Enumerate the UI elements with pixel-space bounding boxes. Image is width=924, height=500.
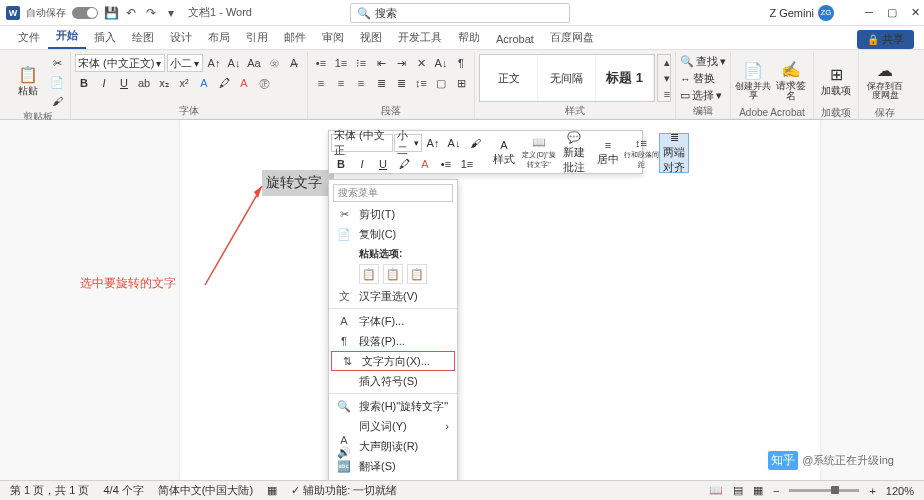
redo-icon[interactable]: ↷: [144, 6, 158, 20]
tab-file[interactable]: 文件: [10, 26, 48, 49]
mini-size-select[interactable]: 小二▾: [394, 134, 422, 152]
zoom-out-icon[interactable]: −: [773, 485, 779, 497]
close-button[interactable]: ✕: [911, 6, 920, 19]
ctx-search-rotate[interactable]: 🔍搜索(H)"旋转文字": [329, 396, 457, 416]
minimize-button[interactable]: ─: [865, 6, 873, 19]
show-marks-icon[interactable]: ¶: [452, 54, 470, 72]
tab-acrobat[interactable]: Acrobat: [488, 29, 542, 49]
tab-draw[interactable]: 绘图: [124, 26, 162, 49]
mini-numbering-icon[interactable]: 1≡: [457, 154, 477, 174]
select-button[interactable]: ▭选择▾: [680, 88, 722, 103]
mini-italic-icon[interactable]: I: [352, 154, 372, 174]
tab-developer[interactable]: 开发工具: [390, 26, 450, 49]
font-size-select[interactable]: 小二▾: [167, 54, 203, 72]
numbering-icon[interactable]: 1≡: [332, 54, 350, 72]
ctx-cut[interactable]: ✂剪切(T): [329, 204, 457, 224]
mini-linespacing-button[interactable]: ↕≡行和段落间距: [623, 133, 659, 173]
save-baidu-button[interactable]: ☁保存到百度网盘: [863, 54, 907, 106]
share-button[interactable]: 🔒 共享: [857, 30, 914, 49]
view-print-icon[interactable]: ▤: [733, 484, 743, 497]
highlight-icon[interactable]: 🖍: [215, 74, 233, 92]
ctx-font[interactable]: A字体(F)...: [329, 311, 457, 331]
justify-icon[interactable]: ≣: [372, 74, 390, 92]
inc-indent-icon[interactable]: ⇥: [392, 54, 410, 72]
ctx-copy[interactable]: 📄复制(C): [329, 224, 457, 244]
search-box[interactable]: 🔍 搜索: [350, 3, 570, 23]
ctx-search-input[interactable]: 搜索菜单: [333, 184, 453, 202]
save-icon[interactable]: 💾: [104, 6, 118, 20]
tab-insert[interactable]: 插入: [86, 26, 124, 49]
accessibility-status[interactable]: ✓ 辅助功能: 一切就绪: [291, 483, 397, 498]
paste-text-icon[interactable]: 📋: [407, 264, 427, 284]
asian-layout-icon[interactable]: ✕: [412, 54, 430, 72]
enclose-icon[interactable]: ㊣: [255, 74, 273, 92]
styles-up-icon[interactable]: ▴: [658, 55, 676, 70]
phonetic-icon[interactable]: ㊛: [265, 54, 283, 72]
autosave-toggle[interactable]: [72, 7, 98, 19]
align-left-icon[interactable]: ≡: [312, 74, 330, 92]
view-web-icon[interactable]: ▦: [753, 484, 763, 497]
find-button[interactable]: 🔍查找▾: [680, 54, 726, 69]
ctx-text-direction[interactable]: ⇅文字方向(X)...: [331, 351, 455, 371]
tab-layout[interactable]: 布局: [200, 26, 238, 49]
subscript-icon[interactable]: x₂: [155, 74, 173, 92]
format-painter-icon[interactable]: 🖌: [48, 92, 66, 110]
clear-format-icon[interactable]: A̶: [285, 54, 303, 72]
paste-keep-source-icon[interactable]: 📋: [359, 264, 379, 284]
dec-indent-icon[interactable]: ⇤: [372, 54, 390, 72]
tab-home[interactable]: 开始: [48, 24, 86, 49]
tab-references[interactable]: 引用: [238, 26, 276, 49]
shading-icon[interactable]: ▢: [432, 74, 450, 92]
line-spacing-icon[interactable]: ↕≡: [412, 74, 430, 92]
distributed-icon[interactable]: ≣: [392, 74, 410, 92]
mini-justify-button[interactable]: ≣两端对齐: [659, 133, 689, 173]
paste-merge-icon[interactable]: 📋: [383, 264, 403, 284]
copy-icon[interactable]: 📄: [48, 73, 66, 91]
zoom-level[interactable]: 120%: [886, 485, 914, 497]
language-indicator[interactable]: 简体中文(中国大陆): [158, 483, 253, 498]
addins-button[interactable]: ⊞加载项: [818, 54, 854, 106]
tab-mailings[interactable]: 邮件: [276, 26, 314, 49]
selected-text[interactable]: 旋转文字: [262, 170, 334, 196]
align-right-icon[interactable]: ≡: [352, 74, 370, 92]
mini-comment-button[interactable]: 💬新建批注: [559, 133, 589, 173]
macro-icon[interactable]: ▦: [267, 484, 277, 497]
mini-highlight-icon[interactable]: 🖍: [394, 154, 414, 174]
paste-button[interactable]: 📋粘贴: [10, 54, 46, 106]
create-pdf-button[interactable]: 📄创建并共享: [735, 54, 771, 106]
sort-icon[interactable]: A↓: [432, 54, 450, 72]
cut-icon[interactable]: ✂: [48, 54, 66, 72]
ctx-chinese-reselect[interactable]: 文汉字重选(V): [329, 286, 457, 306]
request-sign-button[interactable]: ✍请求签名: [773, 54, 809, 106]
mini-painter-icon[interactable]: 🖌: [465, 133, 485, 153]
bold-icon[interactable]: B: [75, 74, 93, 92]
text-effects-icon[interactable]: A: [195, 74, 213, 92]
mini-center-button[interactable]: ≡居中: [593, 133, 623, 173]
replace-button[interactable]: ↔替换: [680, 71, 715, 86]
mini-color-icon[interactable]: A: [415, 154, 435, 174]
view-read-icon[interactable]: 📖: [709, 484, 723, 497]
page[interactable]: 旋转文字 选中要旋转的文字 宋体 (中文正 小二▾ A↑ A↓ 🖌 B: [180, 120, 820, 480]
mini-font-select[interactable]: 宋体 (中文正: [331, 134, 393, 152]
qat-dropdown-icon[interactable]: ▾: [164, 6, 178, 20]
styles-gallery[interactable]: 正文 无间隔 标题 1: [479, 54, 655, 102]
tab-view[interactable]: 视图: [352, 26, 390, 49]
mini-define-button[interactable]: 📖定义(D)"旋转文字": [519, 133, 559, 173]
change-case-icon[interactable]: Aa: [245, 54, 263, 72]
styles-more-icon[interactable]: ≡: [658, 86, 676, 101]
mini-bullets-icon[interactable]: •≡: [436, 154, 456, 174]
ctx-insert-symbol[interactable]: 插入符号(S): [329, 371, 457, 391]
italic-icon[interactable]: I: [95, 74, 113, 92]
multilist-icon[interactable]: ⁝≡: [352, 54, 370, 72]
mini-underline-icon[interactable]: U: [373, 154, 393, 174]
font-color-icon[interactable]: A: [235, 74, 253, 92]
grow-font-icon[interactable]: A↑: [205, 54, 223, 72]
maximize-button[interactable]: ▢: [887, 6, 897, 19]
font-name-select[interactable]: 宋体 (中文正文)▾: [75, 54, 165, 72]
shrink-font-icon[interactable]: A↓: [225, 54, 243, 72]
style-nospacing[interactable]: 无间隔: [538, 55, 596, 101]
mini-shrink-icon[interactable]: A↓: [444, 133, 464, 153]
tab-baidu[interactable]: 百度网盘: [542, 26, 602, 49]
zoom-in-icon[interactable]: +: [869, 485, 875, 497]
bullets-icon[interactable]: •≡: [312, 54, 330, 72]
